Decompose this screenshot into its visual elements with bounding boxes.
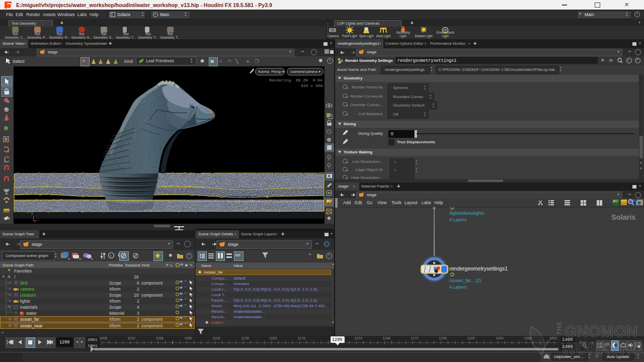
- svg-text:i: i: [110, 253, 111, 258]
